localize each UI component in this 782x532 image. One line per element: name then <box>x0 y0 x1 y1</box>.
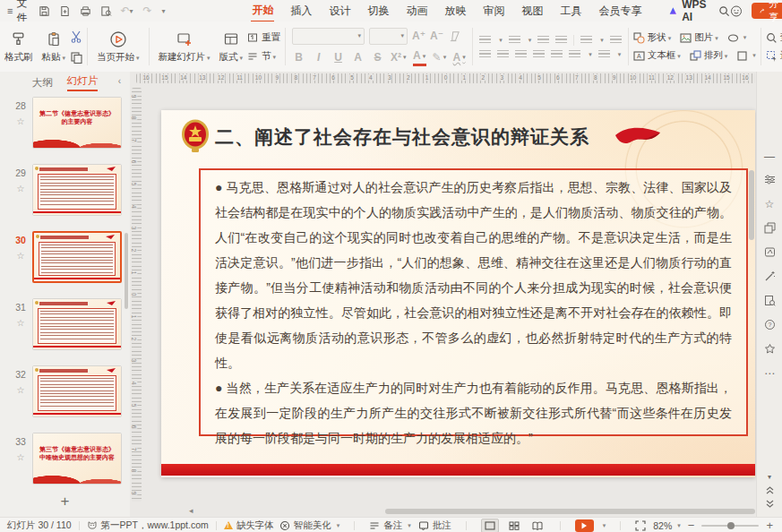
slideshow-dropdown-icon[interactable]: ▾ <box>603 522 606 529</box>
menu-tab[interactable]: 会员专享 <box>597 1 642 21</box>
line-spacing-icon[interactable]: ▾ <box>569 50 592 59</box>
print-icon[interactable] <box>79 4 91 17</box>
slide-star-icon[interactable]: ☆ <box>13 184 29 193</box>
zoom-level[interactable]: 82%▾ <box>653 520 681 531</box>
properties-icon[interactable] <box>757 174 782 185</box>
paste-button[interactable]: 粘贴▾ <box>38 29 71 65</box>
font-size-select[interactable]: ▾ <box>369 28 408 45</box>
normal-view-button[interactable] <box>481 519 499 532</box>
zoom-out-button[interactable]: − <box>688 521 695 530</box>
format-painter-button[interactable]: 格式刷 <box>0 29 38 65</box>
favorites-icon[interactable] <box>757 343 782 355</box>
fit-slide-icon[interactable] <box>635 520 646 531</box>
menu-tab[interactable]: 设计 <box>328 1 351 21</box>
collapse-ribbon-icon[interactable]: — <box>757 150 782 163</box>
smart-beautify-button[interactable]: 智能美化▾ <box>279 519 340 532</box>
picture-button[interactable]: 图片▾ <box>680 31 718 44</box>
slide-title[interactable]: 二、阐述了社会存在与社会意识的辩证关系 <box>215 124 589 150</box>
print-preview-icon[interactable] <box>99 4 112 17</box>
quick-access-dropdown-icon[interactable]: ▾ <box>161 7 165 15</box>
find-button[interactable]: 查找▾ <box>766 31 782 44</box>
slide-thumbnail[interactable] <box>32 365 122 417</box>
shapes-button[interactable]: 形状▾ <box>633 31 672 44</box>
share-button[interactable]: 分享 <box>752 3 782 19</box>
notes-button[interactable]: 备注▾ <box>369 519 411 532</box>
font-family-select[interactable]: ▾ <box>292 28 365 45</box>
slide-thumbnail-item[interactable]: 33☆第三节《德意志意识形态》中唯物史观思想的主要内容 <box>0 431 130 498</box>
slide-thumbnail[interactable] <box>32 231 122 283</box>
slide-thumbnail[interactable] <box>32 164 122 216</box>
vertical-text-icon[interactable] <box>610 36 622 45</box>
switch-window-icon[interactable] <box>757 222 782 234</box>
account-smiley-icon[interactable] <box>730 4 743 17</box>
slide-editor[interactable]: 二、阐述了社会存在与社会意识的辩证关系 ● 马克思、恩格斯通过对人的社会意识产生… <box>161 110 755 477</box>
slide-thumbnail-item[interactable]: 30☆ <box>0 229 130 296</box>
decrease-font-icon[interactable]: A⁻ <box>430 29 443 43</box>
find-resource-icon[interactable] <box>757 295 782 306</box>
panel-scrollbar[interactable] <box>125 233 128 309</box>
slide-thumbnail-item[interactable]: 28☆第二节《德意志意识形态》的主要内容 <box>0 95 130 162</box>
align-left-icon[interactable] <box>479 50 491 59</box>
zoom-in-button[interactable]: + <box>766 521 773 530</box>
section-button[interactable]: 节▾ <box>247 50 280 63</box>
tab-slides[interactable]: 幻灯片 <box>67 74 99 91</box>
slide-size-button[interactable]: ▾ <box>736 50 756 62</box>
text-direction-icon[interactable]: ▾ <box>580 36 604 45</box>
font-color-button[interactable]: A▾ <box>413 49 426 66</box>
next-slide-icon[interactable] <box>757 499 782 509</box>
add-slide-button[interactable]: + <box>0 493 130 511</box>
previous-slide-icon[interactable] <box>757 485 782 495</box>
decrease-indent-icon[interactable] <box>537 36 549 45</box>
redo-icon[interactable]: ↷ <box>141 4 153 17</box>
highlight-button[interactable]: ✎▾ <box>433 50 447 64</box>
strikethrough-button[interactable]: S <box>371 50 384 64</box>
menu-tab[interactable]: 视图 <box>520 1 544 21</box>
increase-font-icon[interactable]: A⁺ <box>412 29 425 43</box>
star-resource-icon[interactable]: ☆ <box>757 198 782 210</box>
slide-star-icon[interactable]: ☆ <box>13 116 29 126</box>
menu-tab[interactable]: 工具 <box>559 1 582 21</box>
slide-thumbnail[interactable] <box>32 298 122 350</box>
collapse-panel-icon[interactable]: ‹ <box>118 76 121 86</box>
slide-star-icon[interactable]: ☆ <box>13 385 29 395</box>
menu-tab[interactable]: 动画 <box>405 1 428 21</box>
distribute-icon[interactable] <box>551 50 563 59</box>
slide-star-icon[interactable]: ☆ <box>13 251 29 261</box>
ink-annotation-icon[interactable] <box>757 246 782 258</box>
reset-button[interactable]: 重置 <box>247 31 280 44</box>
bullets-icon[interactable]: ▾ <box>479 36 503 45</box>
underline-button[interactable]: U <box>331 50 345 64</box>
superscript-button[interactable]: X²▾ <box>391 50 407 64</box>
slide-thumbnail-item[interactable]: 32☆ <box>0 364 130 431</box>
more-tools-icon[interactable]: ⋯ <box>757 367 782 380</box>
cut-icon[interactable] <box>70 30 82 43</box>
align-right-icon[interactable] <box>515 50 527 59</box>
select-button[interactable]: 选择▾ <box>766 49 782 62</box>
scroll-left-icon[interactable]: ◂ <box>189 506 193 515</box>
slide-star-icon[interactable]: ☆ <box>13 452 29 462</box>
italic-button[interactable]: I <box>312 50 325 64</box>
menu-tab[interactable]: 放映 <box>443 1 467 21</box>
slide-thumbnail-item[interactable]: 31☆ <box>0 296 130 364</box>
slide-sorter-view-button[interactable] <box>506 519 522 532</box>
zoom-slider-thumb[interactable] <box>727 522 735 529</box>
menu-tab[interactable]: 开始 <box>251 0 274 22</box>
slide-star-icon[interactable]: ☆ <box>13 318 29 328</box>
align-center-icon[interactable] <box>497 50 509 59</box>
slide-thumbnail-item[interactable]: 29☆ <box>0 162 130 229</box>
play-from-current-button[interactable]: 当页开始▾ <box>92 29 144 65</box>
increase-indent-icon[interactable] <box>555 36 567 45</box>
copy-icon[interactable] <box>70 51 82 64</box>
slide-thumbnail[interactable]: 第三节《德意志意识形态》中唯物史观思想的主要内容 <box>32 433 122 485</box>
clear-format-icon[interactable] <box>448 29 461 43</box>
justify-icon[interactable] <box>533 50 545 59</box>
paragraph-settings-icon[interactable]: ▾ <box>598 50 622 59</box>
numbering-icon[interactable]: ▾ <box>509 36 532 45</box>
slide-thumbnail[interactable]: 第二节《德意志意识形态》的主要内容 <box>32 97 122 149</box>
reading-view-button[interactable] <box>529 519 546 532</box>
bold-button[interactable]: B <box>292 50 305 64</box>
vertical-scrollbar[interactable] <box>749 170 754 240</box>
wps-ai-button[interactable]: WPS AI <box>669 0 709 23</box>
arrange-button[interactable]: 排列▾ <box>690 49 728 62</box>
text-effects-button[interactable]: A▾ <box>452 50 466 64</box>
